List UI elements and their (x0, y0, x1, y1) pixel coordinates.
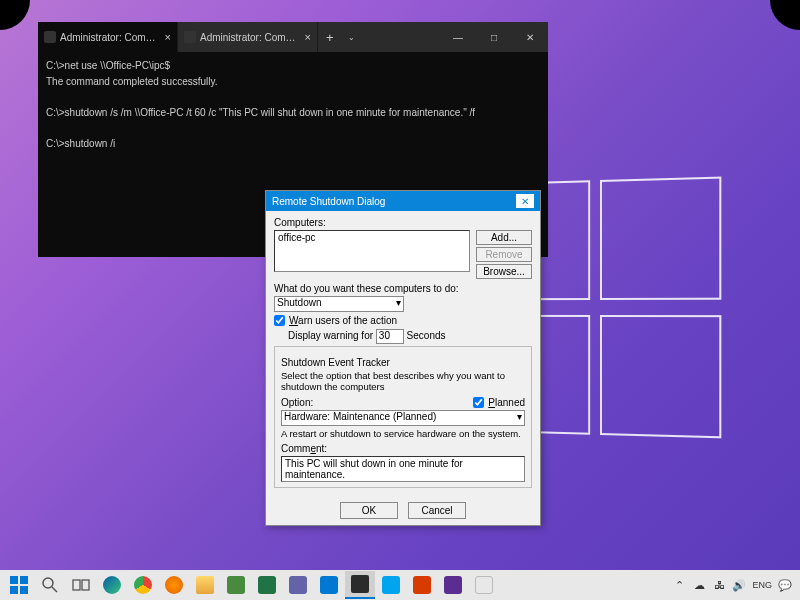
comment-label: Comment: (281, 443, 525, 454)
app-icon[interactable] (407, 571, 437, 599)
remove-button[interactable]: Remove (476, 247, 532, 262)
language-indicator[interactable]: ENG (752, 580, 772, 590)
cancel-button[interactable]: Cancel (408, 502, 466, 519)
seconds-label: Seconds (407, 330, 446, 341)
computers-item[interactable]: office-pc (278, 232, 316, 243)
svg-rect-1 (20, 576, 28, 584)
planned-checkbox[interactable] (473, 397, 484, 408)
onedrive-icon[interactable]: ☁ (692, 578, 706, 592)
dialog-titlebar[interactable]: Remote Shutdown Dialog ✕ (266, 191, 540, 211)
taskbar[interactable]: ⌃ ☁ 🖧 🔊 ENG 1:12 PM 💬 (0, 570, 800, 600)
volume-icon[interactable]: 🔊 (732, 578, 746, 592)
tracker-title: Shutdown Event Tracker (281, 357, 525, 368)
warn-users-checkbox[interactable] (274, 315, 285, 326)
warn-users-label: Warn users of the action (289, 315, 397, 326)
app-icon[interactable] (314, 571, 344, 599)
notifications-icon[interactable]: 💬 (778, 578, 792, 592)
planned-label: Planned (488, 397, 525, 408)
close-icon[interactable]: × (305, 31, 311, 43)
terminal-taskbar-icon[interactable] (345, 571, 375, 599)
firefox-icon[interactable] (159, 571, 189, 599)
edge-icon[interactable] (97, 571, 127, 599)
close-button[interactable]: ✕ (512, 22, 548, 52)
tracker-description: Select the option that best describes wh… (281, 370, 525, 393)
cmd-icon (44, 31, 56, 43)
svg-rect-3 (20, 586, 28, 594)
ok-button[interactable]: OK (340, 502, 398, 519)
option-label: Option: (281, 397, 313, 408)
terminal-tab-title: Administrator: Command Prom (60, 32, 161, 43)
remote-shutdown-dialog: Remote Shutdown Dialog ✕ Computers: offi… (265, 190, 541, 526)
app-icon[interactable] (376, 571, 406, 599)
computers-listbox[interactable]: office-pc (274, 230, 470, 272)
dialog-title: Remote Shutdown Dialog (272, 196, 385, 207)
event-tracker-group: Shutdown Event Tracker Select the option… (274, 346, 532, 488)
terminal-tab-title: Administrator: Command Prom (200, 32, 301, 43)
computers-label: Computers: (274, 217, 532, 228)
action-select[interactable]: Shutdown ▾ (274, 296, 404, 312)
network-icon[interactable]: 🖧 (712, 578, 726, 592)
system-tray: ⌃ ☁ 🖧 🔊 ENG 1:12 PM 💬 (672, 578, 796, 592)
svg-point-4 (43, 578, 53, 588)
cmd-icon (184, 31, 196, 43)
chevron-down-icon: ▾ (517, 411, 522, 422)
app-icon[interactable] (469, 571, 499, 599)
action-label: What do you want these computers to do: (274, 283, 532, 294)
seconds-input[interactable]: 30 (376, 329, 404, 344)
terminal-titlebar[interactable]: Administrator: Command Prom × Administra… (38, 22, 548, 52)
close-icon[interactable]: ✕ (516, 194, 534, 208)
maximize-button[interactable]: □ (476, 22, 512, 52)
chevron-down-icon: ▾ (396, 297, 401, 308)
option-select[interactable]: Hardware: Maintenance (Planned)▾ (281, 410, 525, 426)
svg-line-5 (52, 587, 57, 592)
display-warning-label: Display warning for (288, 330, 373, 341)
minimize-button[interactable]: — (440, 22, 476, 52)
task-view-icon[interactable] (66, 571, 96, 599)
svg-rect-2 (10, 586, 18, 594)
tray-chevron-icon[interactable]: ⌃ (672, 578, 686, 592)
terminal-tab-1[interactable]: Administrator: Command Prom × (38, 22, 178, 52)
search-icon[interactable] (35, 571, 65, 599)
svg-rect-7 (82, 580, 89, 590)
close-icon[interactable]: × (165, 31, 171, 43)
new-tab-button[interactable]: + (318, 22, 342, 52)
app-icon[interactable] (221, 571, 251, 599)
chrome-icon[interactable] (128, 571, 158, 599)
terminal-tab-2[interactable]: Administrator: Command Prom × (178, 22, 318, 52)
explorer-icon[interactable] (190, 571, 220, 599)
app-icon[interactable] (252, 571, 282, 599)
start-button[interactable] (4, 571, 34, 599)
add-button[interactable]: Add... (476, 230, 532, 245)
option-description: A restart or shutdown to service hardwar… (281, 428, 525, 439)
svg-rect-0 (10, 576, 18, 584)
tab-dropdown-button[interactable]: ⌄ (342, 22, 361, 52)
app-icon[interactable] (438, 571, 468, 599)
app-icon[interactable] (283, 571, 313, 599)
comment-textarea[interactable]: This PC will shut down in one minute for… (281, 456, 525, 482)
browse-button[interactable]: Browse... (476, 264, 532, 279)
svg-rect-6 (73, 580, 80, 590)
